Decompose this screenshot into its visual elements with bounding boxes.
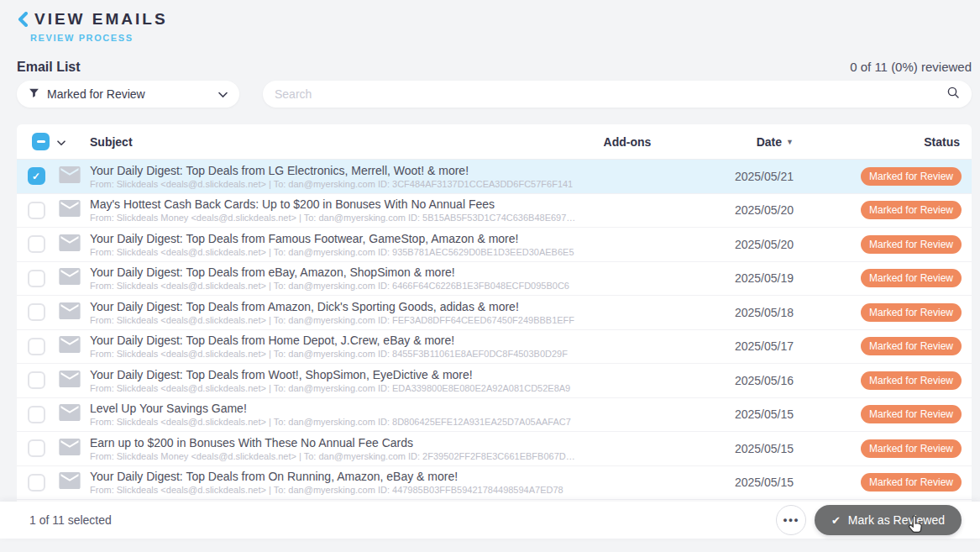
email-date: 2025/05/19 xyxy=(678,271,804,285)
email-date: 2025/05/21 xyxy=(678,170,804,183)
email-subject: Level Up Your Savings Game! xyxy=(90,402,577,415)
status-badge: Marked for Review xyxy=(861,167,962,186)
email-meta: From: Slickdeals <deals@d.slickdeals.net… xyxy=(90,179,577,189)
email-row[interactable]: Earn up to $200 in Bonuses With These No… xyxy=(17,432,972,466)
email-meta: From: Slickdeals Money <deals@d.slickdea… xyxy=(90,213,577,223)
section-title: Email List xyxy=(17,60,81,75)
email-subject: May's Hottest Cash Back Cards: Up to $20… xyxy=(90,197,577,211)
email-row[interactable]: Your Daily Digest: Top Deals from eBay, … xyxy=(17,262,972,297)
envelope-icon xyxy=(59,404,81,424)
email-table: Subject Add-ons Date ▼ Status Your Daily… xyxy=(17,124,972,502)
row-checkbox[interactable] xyxy=(28,406,45,423)
email-subject: Your Daily Digest: Top Deals from LG Ele… xyxy=(90,164,577,177)
list-header: Email List 0 of 11 (0%) reviewed xyxy=(17,60,972,75)
email-meta: From: Slickdeals <deals@d.slickdeals.net… xyxy=(90,281,577,291)
email-row[interactable]: Your Daily Digest: Top Deals from Home D… xyxy=(17,330,972,365)
view-emails-page: VIEW EMAILS REVIEW PROCESS Email List 0 … xyxy=(0,0,980,552)
page-title: VIEW EMAILS xyxy=(34,10,168,29)
column-subject: Subject xyxy=(84,135,577,149)
email-meta: From: Slickdeals Money <deals@d.slickdea… xyxy=(90,451,577,461)
column-status: Status xyxy=(804,135,972,149)
email-subject: Your Daily Digest: Top Deals from On Run… xyxy=(90,470,577,483)
select-all-checkbox[interactable] xyxy=(32,133,50,150)
email-row[interactable]: Your Daily Digest: Top Deals from LG Ele… xyxy=(17,160,972,194)
row-checkbox[interactable] xyxy=(28,474,45,492)
email-row[interactable]: Your Daily Digest: Top Deals from Famous… xyxy=(17,228,972,262)
row-checkbox[interactable] xyxy=(28,371,45,389)
status-badge: Marked for Review xyxy=(861,235,962,254)
envelope-icon xyxy=(59,302,81,323)
email-meta: From: Slickdeals <deals@d.slickdeals.net… xyxy=(90,485,577,495)
footer-actions: ●●● ✔ Mark as Reviewed xyxy=(776,505,962,535)
email-row[interactable]: Level Up Your Savings Game! From: Slickd… xyxy=(17,398,972,433)
email-row[interactable]: May's Hottest Cash Back Cards: Up to $20… xyxy=(17,194,972,229)
email-date: 2025/05/15 xyxy=(678,407,804,421)
page-header: VIEW EMAILS REVIEW PROCESS xyxy=(17,10,168,43)
envelope-icon xyxy=(59,336,81,356)
email-meta: From: Slickdeals <deals@d.slickdeals.net… xyxy=(90,417,577,427)
email-row[interactable]: Your Daily Digest: Top Deals from Woot!,… xyxy=(17,364,972,398)
row-checkbox[interactable] xyxy=(28,202,45,219)
status-badge: Marked for Review xyxy=(861,405,962,423)
back-chevron-icon[interactable] xyxy=(17,12,29,27)
envelope-icon xyxy=(59,439,81,459)
more-actions-button[interactable]: ●●● xyxy=(776,505,806,535)
column-date[interactable]: Date ▼ xyxy=(678,135,804,149)
envelope-icon xyxy=(59,200,81,220)
row-checkbox[interactable] xyxy=(28,303,45,321)
search-box xyxy=(263,81,972,108)
envelope-icon xyxy=(59,268,81,288)
row-checkbox[interactable] xyxy=(28,338,45,355)
search-input[interactable] xyxy=(275,87,946,101)
email-subject: Your Daily Digest: Top Deals from Amazon… xyxy=(90,300,577,313)
selection-summary: 1 of 11 selected xyxy=(29,513,112,527)
envelope-icon xyxy=(59,166,81,187)
chevron-down-icon xyxy=(218,87,228,102)
back-link[interactable]: VIEW EMAILS xyxy=(17,10,168,29)
email-meta: From: Slickdeals <deals@d.slickdeals.net… xyxy=(90,383,577,393)
row-checkbox[interactable] xyxy=(28,439,45,457)
status-badge: Marked for Review xyxy=(861,337,962,355)
table-body: Your Daily Digest: Top Deals from LG Ele… xyxy=(17,160,972,500)
status-badge: Marked for Review xyxy=(861,371,962,390)
envelope-icon xyxy=(59,234,81,255)
review-progress: 0 of 11 (0%) reviewed xyxy=(850,60,972,74)
filter-funnel-icon xyxy=(29,87,39,102)
selection-footer: 1 of 11 selected ●●● ✔ Mark as Reviewed xyxy=(0,502,980,539)
email-subject: Your Daily Digest: Top Deals from Woot!,… xyxy=(90,368,577,381)
status-badge: Marked for Review xyxy=(861,439,962,458)
email-meta: From: Slickdeals <deals@d.slickdeals.net… xyxy=(90,349,577,359)
column-addons: Add-ons xyxy=(577,135,678,149)
envelope-icon xyxy=(59,472,81,492)
email-row[interactable]: Your Daily Digest: Top Deals from Amazon… xyxy=(17,296,972,330)
email-date: 2025/05/20 xyxy=(678,203,804,217)
status-badge: Marked for Review xyxy=(861,201,962,219)
check-icon: ✔ xyxy=(831,514,841,527)
row-checkbox[interactable] xyxy=(28,270,45,287)
table-header-row: Subject Add-ons Date ▼ Status xyxy=(17,124,972,160)
email-date: 2025/05/18 xyxy=(678,306,804,319)
selection-menu-chevron-icon[interactable] xyxy=(57,135,66,149)
email-subject: Your Daily Digest: Top Deals from Famous… xyxy=(90,232,577,245)
email-row[interactable]: Your Daily Digest: Top Deals from On Run… xyxy=(17,466,972,501)
email-date: 2025/05/20 xyxy=(678,238,804,251)
email-date: 2025/05/15 xyxy=(678,442,804,455)
status-badge: Marked for Review xyxy=(861,269,962,287)
status-badge: Marked for Review xyxy=(861,473,962,492)
email-subject: Your Daily Digest: Top Deals from eBay, … xyxy=(90,265,577,279)
email-date: 2025/05/15 xyxy=(678,476,804,489)
email-meta: From: Slickdeals <deals@d.slickdeals.net… xyxy=(90,247,577,257)
column-date-label: Date xyxy=(757,135,782,149)
status-badge: Marked for Review xyxy=(861,303,962,322)
mark-as-reviewed-label: Mark as Reviewed xyxy=(848,513,945,527)
email-date: 2025/05/16 xyxy=(678,374,804,387)
filter-selected-value: Marked for Review xyxy=(47,87,218,101)
row-checkbox[interactable] xyxy=(28,167,45,185)
email-date: 2025/05/17 xyxy=(678,339,804,353)
search-icon[interactable] xyxy=(946,86,960,103)
mark-as-reviewed-button[interactable]: ✔ Mark as Reviewed xyxy=(815,505,962,535)
filter-dropdown[interactable]: Marked for Review xyxy=(17,81,239,108)
envelope-icon xyxy=(59,371,81,391)
row-checkbox[interactable] xyxy=(28,235,45,253)
email-subject: Earn up to $200 in Bonuses With These No… xyxy=(90,436,577,449)
